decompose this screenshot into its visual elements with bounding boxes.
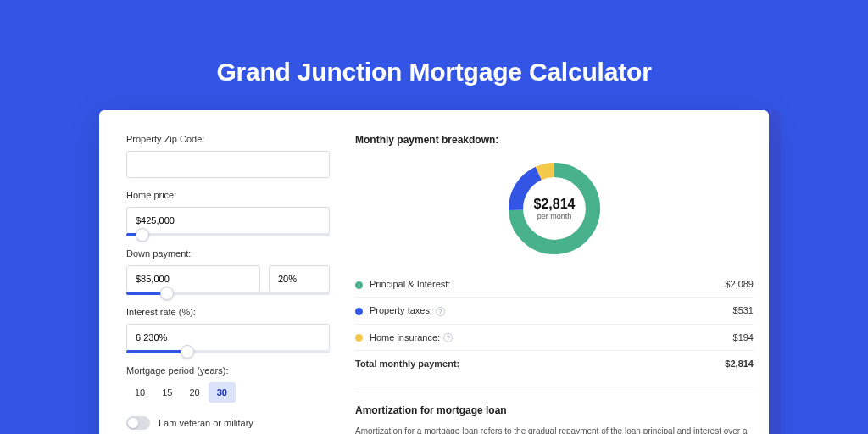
legend-amount: $194 bbox=[668, 324, 754, 351]
field-zip: Property Zip Code: bbox=[126, 134, 330, 178]
info-icon[interactable]: ? bbox=[436, 307, 445, 316]
veteran-row: I am veteran or military bbox=[126, 416, 330, 430]
legend-dot-icon bbox=[355, 308, 363, 315]
down-payment-label: Down payment: bbox=[126, 248, 330, 259]
slider-thumb[interactable] bbox=[136, 228, 149, 242]
page-title: Grand Junction Mortgage Calculator bbox=[0, 0, 868, 110]
slider-fill bbox=[126, 350, 187, 353]
info-icon[interactable]: ? bbox=[443, 333, 453, 342]
amortization-section: Amortization for mortgage loan Amortizat… bbox=[355, 392, 754, 434]
field-down-payment: Down payment: bbox=[126, 248, 330, 295]
legend-total-row: Total monthly payment:$2,814 bbox=[355, 351, 754, 377]
donut-sub: per month bbox=[537, 212, 572, 220]
legend-label: Principal & Interest: bbox=[370, 279, 450, 289]
field-period: Mortgage period (years): 10152030 bbox=[126, 365, 330, 403]
period-options: 10152030 bbox=[126, 382, 330, 403]
legend-body: Principal & Interest:$2,089Property taxe… bbox=[355, 271, 754, 376]
interest-slider[interactable] bbox=[126, 350, 330, 353]
home-price-slider[interactable] bbox=[126, 233, 330, 236]
legend-row: Principal & Interest:$2,089 bbox=[355, 271, 754, 298]
period-option-30[interactable]: 30 bbox=[209, 382, 236, 403]
donut-chart: $2,814 per month bbox=[504, 158, 605, 259]
home-price-input[interactable] bbox=[126, 207, 330, 234]
down-payment-slider[interactable] bbox=[126, 292, 330, 295]
period-label: Mortgage period (years): bbox=[126, 365, 330, 376]
interest-label: Interest rate (%): bbox=[126, 307, 330, 317]
legend-dot-icon bbox=[355, 334, 363, 342]
breakdown-panel: Monthly payment breakdown: $2,814 per mo… bbox=[355, 134, 754, 434]
veteran-toggle[interactable] bbox=[126, 416, 150, 430]
legend-label: Property taxes: bbox=[370, 305, 432, 315]
field-home-price: Home price: bbox=[126, 190, 330, 236]
calculator-card: Property Zip Code: Home price: Down paym… bbox=[99, 110, 769, 434]
amort-title: Amortization for mortgage loan bbox=[355, 404, 754, 416]
form-panel: Property Zip Code: Home price: Down paym… bbox=[126, 134, 330, 434]
breakdown-title: Monthly payment breakdown: bbox=[355, 134, 754, 146]
down-payment-pct-input[interactable] bbox=[269, 265, 330, 292]
total-amount: $2,814 bbox=[668, 351, 754, 377]
legend-amount: $2,089 bbox=[668, 271, 754, 298]
donut-amount: $2,814 bbox=[534, 197, 576, 212]
legend-table: Principal & Interest:$2,089Property taxe… bbox=[355, 271, 754, 376]
field-interest: Interest rate (%): bbox=[126, 307, 330, 353]
donut-chart-wrap: $2,814 per month bbox=[355, 153, 754, 271]
slider-thumb[interactable] bbox=[181, 345, 194, 359]
interest-input[interactable] bbox=[126, 324, 330, 351]
legend-label: Home insurance: bbox=[370, 332, 440, 342]
slider-thumb[interactable] bbox=[160, 287, 174, 300]
donut-center: $2,814 per month bbox=[504, 158, 605, 259]
legend-row: Property taxes:?$531 bbox=[355, 298, 754, 325]
legend-amount: $531 bbox=[668, 298, 754, 325]
veteran-label: I am veteran or military bbox=[159, 418, 253, 428]
period-option-15[interactable]: 15 bbox=[153, 382, 181, 403]
period-option-20[interactable]: 20 bbox=[181, 382, 209, 403]
legend-dot-icon bbox=[355, 281, 363, 289]
down-payment-input[interactable] bbox=[126, 265, 260, 292]
zip-label: Property Zip Code: bbox=[126, 134, 330, 144]
period-option-10[interactable]: 10 bbox=[126, 382, 153, 403]
zip-input[interactable] bbox=[126, 151, 330, 178]
legend-row: Home insurance:?$194 bbox=[355, 324, 754, 351]
amort-text: Amortization for a mortgage loan refers … bbox=[355, 425, 754, 434]
home-price-label: Home price: bbox=[126, 190, 330, 200]
total-label: Total monthly payment: bbox=[355, 351, 668, 377]
